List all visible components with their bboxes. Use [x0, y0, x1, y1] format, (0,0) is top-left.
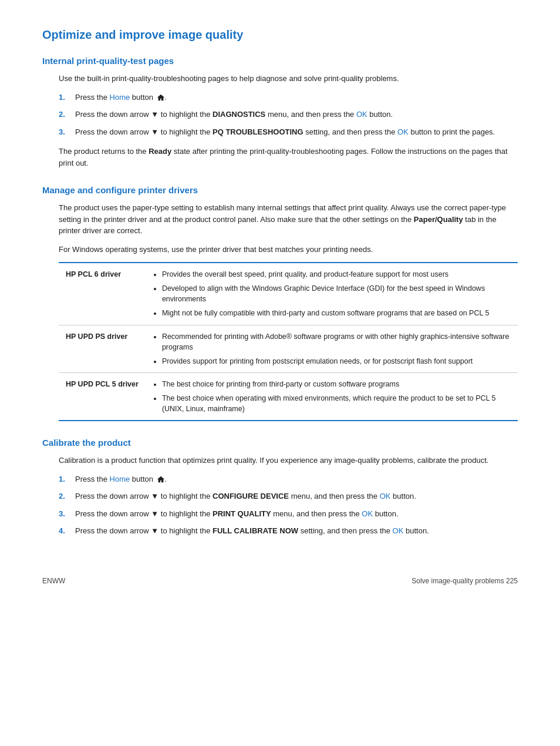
step-1-1: 1. Press the Home button . — [59, 92, 518, 103]
section-manage-configure: Manage and configure printer drivers The… — [42, 185, 518, 421]
home-icon-1 — [157, 93, 165, 102]
step3-num-1: 1. — [59, 473, 75, 485]
list-item: Provides support for printing from posts… — [162, 356, 511, 367]
step-1-2: 2. Press the down arrow ▼ to highlight t… — [59, 109, 518, 120]
section1-closing: The product returns to the Ready state a… — [59, 146, 518, 169]
driver-row-pcl6: HP PCL 6 driver Provides the overall bes… — [59, 263, 518, 325]
step3-text-1: Press the Home button . — [75, 473, 518, 485]
section-calibrate: Calibrate the product Calibration is a p… — [42, 438, 518, 537]
step-text-3: Press the down arrow ▼ to highlight the … — [75, 126, 518, 138]
step3-num-2: 2. — [59, 490, 75, 502]
step-3-1: 1. Press the Home button . — [59, 473, 518, 485]
section1-intro: Use the built-in print-quality-troublesh… — [59, 73, 518, 85]
section3-intro: Calibration is a product function that o… — [59, 455, 518, 466]
driver-name-updps: HP UPD PS driver — [59, 325, 146, 372]
step-num-3: 3. — [59, 126, 75, 138]
step-3-4: 4. Press the down arrow ▼ to highlight t… — [59, 525, 518, 537]
step-num-1: 1. — [59, 92, 75, 103]
step-3-2: 2. Press the down arrow ▼ to highlight t… — [59, 490, 518, 502]
step-text-2: Press the down arrow ▼ to highlight the … — [75, 109, 518, 120]
driver-bullets-updps: Recommended for printing with Adobe® sof… — [146, 325, 518, 372]
step-text-1: Press the Home button . — [75, 92, 518, 103]
section2-title: Manage and configure printer drivers — [42, 185, 518, 195]
list-item: Provides the overall best speed, print q… — [162, 269, 511, 280]
driver-bullets-updpcl5: The best choice for printing from third-… — [146, 372, 518, 421]
section-internal-print-quality: Internal print-quality-test pages Use th… — [42, 56, 518, 169]
section1-title: Internal print-quality-test pages — [42, 56, 518, 66]
step3-text-2: Press the down arrow ▼ to highlight the … — [75, 490, 518, 502]
step-1-3: 3. Press the down arrow ▼ to highlight t… — [59, 126, 518, 138]
driver-name-updpcl5: HP UPD PCL 5 driver — [59, 372, 146, 421]
driver-table: HP PCL 6 driver Provides the overall bes… — [59, 262, 518, 421]
step-3-3: 3. Press the down arrow ▼ to highlight t… — [59, 508, 518, 520]
footer-left: ENWW — [42, 577, 65, 585]
driver-row-updpcl5: HP UPD PCL 5 driver The best choice for … — [59, 372, 518, 421]
step3-num-4: 4. — [59, 525, 75, 537]
section2-para1: The product uses the paper-type setting … — [59, 202, 518, 237]
page-title: Optimize and improve image quality — [42, 28, 518, 42]
home-link-1: Home — [110, 93, 130, 102]
step3-num-3: 3. — [59, 508, 75, 520]
step3-text-4: Press the down arrow ▼ to highlight the … — [75, 525, 518, 537]
list-item: Might not be fully compatible with third… — [162, 308, 511, 318]
section2-para2: For Windows operating systems, use the p… — [59, 244, 518, 256]
list-item: Recommended for printing with Adobe® sof… — [162, 331, 511, 352]
page-footer: ENWW Solve image-quality problems 225 — [42, 572, 518, 585]
driver-row-updps: HP UPD PS driver Recommended for printin… — [59, 325, 518, 372]
step-num-2: 2. — [59, 109, 75, 120]
section3-steps: 1. Press the Home button . 2. Press the … — [59, 473, 518, 537]
home-link-3: Home — [110, 475, 130, 483]
home-icon-3 — [157, 475, 165, 483]
section3-title: Calibrate the product — [42, 438, 518, 448]
list-item: The best choice when operating with mixe… — [162, 393, 511, 414]
driver-name-pcl6: HP PCL 6 driver — [59, 263, 146, 325]
list-item: Developed to align with the Windows Grap… — [162, 283, 511, 304]
driver-bullets-pcl6: Provides the overall best speed, print q… — [146, 263, 518, 325]
step3-text-3: Press the down arrow ▼ to highlight the … — [75, 508, 518, 520]
footer-right: Solve image-quality problems 225 — [411, 577, 518, 585]
list-item: The best choice for printing from third-… — [162, 379, 511, 389]
section1-steps: 1. Press the Home button . 2. Press the … — [59, 92, 518, 138]
